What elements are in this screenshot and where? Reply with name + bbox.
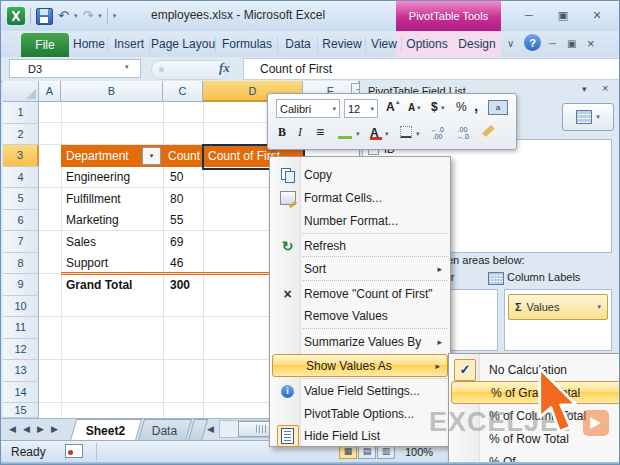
menu-item-number-format[interactable]: Number Format... (271, 209, 449, 232)
help-icon[interactable]: ? (524, 34, 541, 51)
font-color-button[interactable]: A (370, 123, 382, 140)
shrink-font-button[interactable]: A (408, 102, 415, 113)
sheet-tab-sheet2[interactable]: Sheet2 (70, 419, 142, 441)
cell-count-5[interactable]: 46 (170, 256, 183, 270)
borders-dropdown-icon[interactable]: ▾ (416, 130, 420, 138)
fill-dropdown-icon[interactable]: ▾ (356, 130, 360, 138)
menu-item-remove-count-of-first[interactable]: × Remove "Count of First" (271, 283, 449, 305)
row-header-9[interactable]: 9 (3, 274, 39, 296)
name-box-dropdown-icon[interactable]: ▾ (125, 63, 129, 71)
column-header-b[interactable]: B (61, 81, 163, 102)
italic-button[interactable]: I (298, 125, 302, 140)
row-header-8[interactable]: 8 (3, 253, 39, 275)
minimize-button[interactable]: ─ (517, 9, 541, 21)
cell-dept-5[interactable]: Support (66, 256, 108, 270)
font-size-select[interactable]: 12 ▾ (344, 99, 378, 118)
zoom-level[interactable]: 100% (405, 446, 433, 458)
panel-dropdown-icon[interactable]: ▾ (582, 84, 587, 94)
menu-item-refresh[interactable]: ↻ Refresh (271, 235, 449, 256)
grow-font-button[interactable]: A (386, 100, 395, 114)
row-header-10[interactable]: 10 (3, 296, 39, 318)
submenu-item-pct-of-grand-total[interactable]: % of Grand Total (451, 381, 620, 404)
comma-format-button[interactable]: , (474, 97, 478, 114)
menu-item-value-field-settings[interactable]: i Value Field Settings... (271, 380, 449, 402)
merge-center-button[interactable]: a (488, 100, 508, 115)
menu-item-sort[interactable]: Sort ▸ (271, 258, 449, 279)
row-header-11[interactable]: 11 (3, 317, 39, 339)
sheet-tab-data[interactable]: Data (138, 419, 192, 441)
row-header-7[interactable]: 7 (3, 231, 39, 253)
font-color-dropdown-icon[interactable]: ▾ (385, 130, 389, 138)
menu-item-copy[interactable]: Copy (271, 163, 449, 186)
cell-grand-total-value[interactable]: 300 (170, 278, 190, 292)
formula-input[interactable]: Count of First (243, 58, 619, 80)
prev-sheet-icon[interactable]: ◀ (23, 424, 30, 434)
borders-button[interactable] (400, 126, 412, 138)
row-header-5[interactable]: 5 (3, 188, 39, 210)
cell-count-1[interactable]: 50 (170, 170, 183, 184)
currency-format-button[interactable]: $ (431, 100, 438, 114)
values-chip[interactable]: Σ Values ▾ (508, 294, 608, 320)
tab-options[interactable]: Options (403, 37, 451, 51)
tab-file[interactable]: File (21, 33, 69, 57)
submenu-item-no-calculation[interactable]: ✓ No Calculation (450, 358, 620, 381)
redo-dropdown-icon[interactable]: ▾ (98, 12, 102, 20)
tab-view[interactable]: View (367, 37, 401, 51)
row-header-13[interactable]: 13 (3, 360, 39, 382)
tab-insert[interactable]: Insert (109, 37, 149, 51)
row-header-12[interactable]: 12 (3, 339, 39, 361)
bold-button[interactable]: B (278, 125, 286, 140)
workbook-close-icon[interactable]: × (587, 36, 595, 51)
cell-count-3[interactable]: 55 (170, 213, 183, 227)
tab-review[interactable]: Review (319, 37, 365, 51)
fill-color-button[interactable] (338, 125, 352, 139)
next-sheet-icon[interactable]: ▶ (37, 424, 44, 434)
chip-dropdown-icon[interactable]: ▾ (597, 303, 601, 311)
row-header-2[interactable]: 2 (3, 124, 39, 146)
row-header-14[interactable]: 14 (3, 382, 39, 404)
menu-item-format-cells[interactable]: Format Cells... (271, 186, 449, 209)
undo-icon[interactable]: ↶ (58, 9, 69, 23)
menu-item-summarize-values-by[interactable]: Summarize Values By ▸ (271, 331, 449, 353)
tab-formulas[interactable]: Formulas (217, 37, 277, 51)
cell-dept-1[interactable]: Engineering (66, 170, 130, 184)
row-header-3[interactable]: 3 (3, 145, 39, 167)
cell-dept-3[interactable]: Marketing (66, 213, 119, 227)
cell-count-2[interactable]: 80 (170, 192, 183, 206)
customize-qat-icon[interactable]: ▾ (113, 12, 117, 20)
filter-dropdown-icon[interactable]: ▾ (142, 147, 161, 165)
column-header-a[interactable]: A (39, 81, 61, 102)
cell-dept-4[interactable]: Sales (66, 235, 96, 249)
menu-item-show-values-as[interactable]: Show Values As ▸ (272, 354, 448, 377)
decrease-decimal-button[interactable]: .00 →.0 (456, 126, 469, 140)
pivot-header-count[interactable]: Count (163, 145, 203, 167)
cell-count-4[interactable]: 69 (170, 235, 183, 249)
redo-icon[interactable]: ↷ (82, 9, 93, 23)
menu-item-hide-field-list[interactable]: Hide Field List (271, 425, 449, 447)
tab-design[interactable]: Design (453, 37, 501, 51)
cell-dept-2[interactable]: Fulfillment (66, 192, 121, 206)
menu-item-pivottable-options[interactable]: PivotTable Options... (271, 403, 449, 425)
row-header-15[interactable]: 15 (3, 403, 39, 418)
row-header-1[interactable]: 1 (3, 102, 39, 124)
macro-record-icon[interactable] (65, 444, 83, 458)
menu-item-remove-values[interactable]: Remove Values (271, 305, 449, 327)
panel-layout-button[interactable]: ▾ (562, 103, 614, 131)
last-sheet-icon[interactable]: ▶ (51, 424, 58, 434)
ribbon-collapse-icon[interactable]: ∨ (507, 38, 514, 49)
close-button[interactable]: × (585, 7, 609, 23)
cell-grand-total-label[interactable]: Grand Total (66, 278, 132, 292)
column-header-c[interactable]: C (163, 81, 203, 102)
format-painter-icon[interactable] (482, 125, 495, 137)
tab-split-icon[interactable]: ◀ (207, 424, 214, 434)
tab-data[interactable]: Data (279, 37, 317, 51)
restore-button[interactable]: ▣ (551, 9, 575, 22)
tab-home[interactable]: Home (71, 37, 107, 51)
name-box[interactable]: D3 (9, 59, 141, 78)
row-header-4[interactable]: 4 (3, 167, 39, 189)
increase-decimal-button[interactable]: ←.0 .00 (431, 126, 444, 140)
save-icon[interactable] (36, 8, 53, 25)
tab-page-layout[interactable]: Page Layou (151, 37, 215, 51)
insert-function-icon[interactable]: fx (219, 60, 230, 76)
currency-dropdown-icon[interactable]: ▾ (441, 104, 445, 112)
